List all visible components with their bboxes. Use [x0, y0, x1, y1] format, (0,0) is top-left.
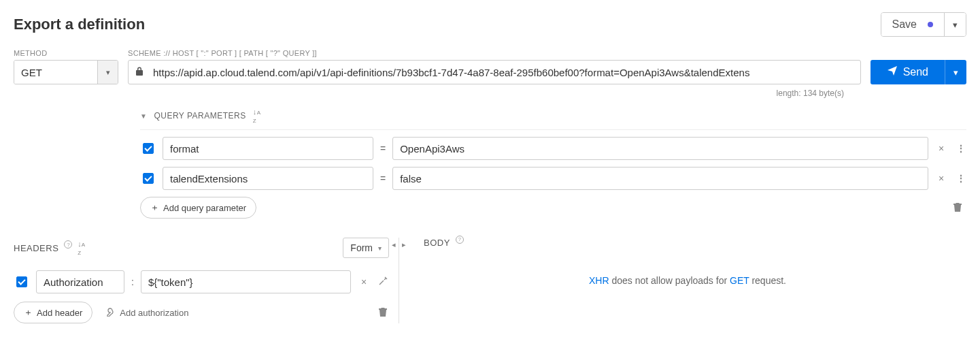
param-menu-icon[interactable]: ⋮	[954, 146, 966, 151]
page-title: Export a definition	[14, 16, 145, 33]
url-label: SCHEME :// HOST [ ":" PORT ] [ PATH [ "?…	[128, 49, 861, 57]
body-msg-method: GET	[730, 275, 749, 286]
add-authorization-button[interactable]: Add authorization	[102, 306, 192, 319]
key-icon	[106, 307, 116, 319]
send-button-group: Send ▾	[871, 60, 966, 84]
add-header-label: Add header	[37, 308, 82, 318]
plus-icon: ＋	[150, 202, 159, 214]
magic-fill-icon[interactable]	[377, 276, 389, 288]
param-enabled-checkbox[interactable]	[143, 173, 154, 184]
help-icon[interactable]: ?	[64, 240, 72, 249]
add-query-param-label: Add query parameter	[163, 203, 246, 213]
body-msg-xhr: XHR	[589, 275, 609, 286]
query-param-row: = × ⋮	[140, 137, 966, 160]
send-button[interactable]: Send	[871, 60, 945, 84]
remove-header-icon[interactable]: ×	[358, 276, 370, 287]
sort-icon[interactable]: ↓AZ	[78, 240, 85, 256]
save-dropdown-button[interactable]: ▾	[944, 13, 966, 36]
save-button[interactable]: Save	[881, 13, 944, 36]
method-value: GET	[14, 61, 97, 84]
param-key-input[interactable]	[163, 137, 373, 160]
body-msg-suffix: request.	[749, 275, 786, 286]
header-row: : ×	[14, 270, 389, 293]
url-input[interactable]	[152, 66, 854, 79]
method-label: METHOD	[14, 49, 118, 57]
remove-param-icon[interactable]: ×	[935, 173, 947, 184]
save-button-group: Save ▾	[881, 12, 966, 37]
query-param-row: = × ⋮	[140, 167, 966, 190]
delete-all-headers-icon[interactable]	[377, 306, 389, 319]
send-dropdown-button[interactable]: ▾	[945, 60, 966, 84]
collapse-left-icon[interactable]: ◂	[392, 240, 396, 249]
add-authorization-label: Add authorization	[120, 308, 188, 318]
sort-icon[interactable]: ↓AZ	[253, 108, 261, 124]
headers-view-value: Form	[350, 242, 373, 253]
save-label: Save	[892, 18, 917, 31]
equals-sign: =	[380, 173, 386, 184]
add-query-param-button[interactable]: ＋ Add query parameter	[140, 197, 256, 219]
body-disabled-message: XHR does not allow payloads for GET requ…	[409, 275, 966, 286]
headers-label: HEADERS	[14, 243, 58, 253]
body-msg-mid: does not allow payloads for	[609, 275, 730, 286]
param-value-input[interactable]	[392, 167, 928, 190]
headers-view-select[interactable]: Form ▾	[343, 238, 389, 258]
send-label: Send	[903, 66, 928, 78]
add-header-button[interactable]: ＋ Add header	[14, 302, 92, 323]
chevron-down-icon: ▾	[953, 67, 958, 78]
send-icon	[887, 65, 898, 79]
unsaved-indicator-icon	[928, 22, 933, 27]
header-enabled-checkbox[interactable]	[16, 276, 27, 287]
chevron-down-icon: ▾	[953, 20, 958, 30]
param-key-input[interactable]	[163, 167, 373, 190]
url-length-info: length: 134 byte(s)	[140, 89, 844, 98]
param-value-input[interactable]	[392, 137, 928, 160]
body-label: BODY	[424, 238, 450, 248]
delete-all-params-icon[interactable]	[951, 202, 964, 214]
collapse-right-icon[interactable]: ▸	[402, 240, 406, 249]
colon: :	[131, 276, 134, 287]
query-params-header[interactable]: ▼ QUERY PARAMETERS ↓AZ	[140, 108, 966, 130]
param-menu-icon[interactable]: ⋮	[954, 176, 966, 181]
url-input-wrap	[128, 60, 861, 84]
chevron-down-icon: ▼	[140, 112, 147, 120]
param-enabled-checkbox[interactable]	[143, 143, 154, 154]
equals-sign: =	[380, 143, 386, 154]
header-value-input[interactable]	[141, 270, 351, 293]
plus-icon: ＋	[24, 306, 33, 319]
method-select[interactable]: GET ▾	[14, 60, 118, 84]
lock-icon	[135, 67, 143, 78]
query-params-label: QUERY PARAMETERS	[154, 111, 246, 121]
chevron-down-icon: ▾	[97, 61, 118, 84]
remove-param-icon[interactable]: ×	[935, 143, 947, 154]
help-icon[interactable]: ?	[456, 236, 464, 244]
chevron-down-icon: ▾	[378, 244, 382, 252]
header-key-input[interactable]	[36, 270, 124, 293]
